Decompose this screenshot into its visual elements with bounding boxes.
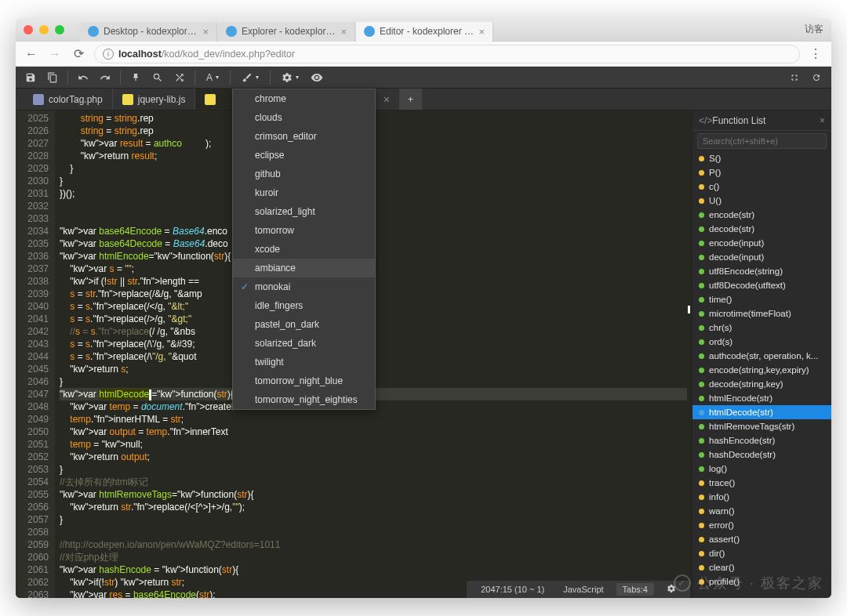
function-list-item[interactable]: U() bbox=[693, 194, 831, 208]
function-list-item[interactable]: c() bbox=[693, 179, 831, 194]
bullet-icon bbox=[699, 255, 704, 260]
nav-back-icon[interactable]: ← bbox=[24, 46, 39, 62]
copy-button[interactable] bbox=[42, 69, 63, 86]
redo-button[interactable] bbox=[95, 69, 115, 86]
refresh-button[interactable] bbox=[806, 69, 827, 86]
nav-forward-icon[interactable]: → bbox=[47, 46, 63, 62]
theme-menu-item[interactable]: crimson_editor bbox=[233, 127, 375, 146]
function-list-item[interactable]: utf8Encode(string) bbox=[693, 264, 831, 278]
font-label: A bbox=[206, 72, 213, 83]
bullet-icon bbox=[699, 170, 704, 176]
close-icon[interactable]: × bbox=[384, 93, 390, 106]
shuffle-button[interactable] bbox=[169, 69, 190, 86]
bullet-icon bbox=[699, 184, 704, 190]
font-button[interactable]: A▾ bbox=[200, 69, 225, 86]
theme-menu-item[interactable]: pastel_on_dark bbox=[233, 315, 375, 334]
preview-button[interactable] bbox=[307, 69, 327, 86]
close-icon[interactable]: × bbox=[340, 26, 347, 38]
browser-tab[interactable]: Editor - kodexplorer - Powere× bbox=[356, 22, 493, 42]
pin-button[interactable] bbox=[125, 69, 146, 86]
theme-menu-item[interactable]: tomorrow_night_blue bbox=[233, 371, 375, 390]
theme-menu-item[interactable]: idle_fingers bbox=[233, 296, 375, 315]
browser-tab[interactable]: Explorer - kodexplorer - Powe× bbox=[218, 22, 355, 42]
bullet-icon bbox=[699, 382, 704, 387]
theme-menu-item[interactable]: eclipse bbox=[233, 146, 375, 165]
settings-button[interactable]: ▾ bbox=[275, 69, 305, 86]
function-list-item[interactable]: assert() bbox=[693, 532, 831, 546]
function-list-item[interactable]: P() bbox=[693, 165, 831, 179]
function-list-item[interactable]: hashEncode(str) bbox=[693, 433, 831, 448]
function-list-item[interactable]: encode(str) bbox=[693, 208, 831, 222]
search-button[interactable] bbox=[147, 69, 168, 86]
bullet-icon bbox=[699, 523, 704, 528]
function-list-item[interactable]: microtime(timeFloat) bbox=[693, 306, 831, 321]
function-list-item[interactable]: error() bbox=[693, 518, 831, 532]
function-list-item[interactable]: time() bbox=[693, 292, 831, 306]
function-list-item[interactable]: S() bbox=[693, 151, 831, 165]
theme-menu-item[interactable]: monokai bbox=[233, 277, 375, 296]
function-list-item[interactable]: decode(str) bbox=[693, 222, 831, 236]
theme-dropdown: chromecloudscrimson_editoreclipsegithubk… bbox=[232, 89, 376, 410]
function-list-item[interactable]: encode(input) bbox=[693, 236, 831, 250]
function-list-item[interactable]: htmlRemoveTags(str) bbox=[693, 419, 831, 433]
theme-menu-item[interactable]: github bbox=[233, 165, 375, 183]
function-list-item[interactable]: utf8Decode(utftext) bbox=[693, 278, 831, 292]
browser-tab[interactable]: Desktop - kodexplorer - Pow× bbox=[80, 22, 217, 42]
function-list-item[interactable]: info() bbox=[693, 490, 831, 504]
file-tab[interactable]: colorTag.php bbox=[24, 89, 113, 110]
function-list-item[interactable]: decode(input) bbox=[693, 250, 831, 264]
browser-tab-title: Desktop - kodexplorer - Pow bbox=[104, 26, 198, 37]
window-minimize[interactable] bbox=[39, 25, 49, 34]
theme-menu-item[interactable]: solarized_light bbox=[233, 202, 375, 221]
theme-menu-item[interactable]: tomorrow_night_eighties bbox=[233, 390, 375, 409]
function-list-item[interactable]: trace() bbox=[693, 476, 831, 490]
function-list-item[interactable]: dir() bbox=[693, 546, 831, 560]
theme-menu-item[interactable]: ambiance bbox=[233, 259, 375, 277]
favicon-icon bbox=[364, 26, 375, 37]
theme-menu-item[interactable]: kuroir bbox=[233, 183, 375, 202]
theme-menu-item[interactable]: xcode bbox=[233, 240, 375, 259]
function-list-item[interactable]: warn() bbox=[693, 504, 831, 518]
close-icon[interactable]: × bbox=[478, 26, 485, 38]
function-search-input[interactable] bbox=[697, 133, 827, 149]
bullet-icon bbox=[699, 325, 704, 331]
tab-size[interactable]: Tabs:4 bbox=[616, 583, 654, 596]
function-list-item[interactable]: clear() bbox=[693, 560, 831, 574]
theme-menu-item[interactable]: chrome bbox=[233, 89, 375, 108]
nav-reload-icon[interactable]: ⟳ bbox=[71, 46, 86, 62]
close-icon[interactable]: × bbox=[820, 115, 825, 126]
window-maximize[interactable] bbox=[55, 25, 64, 34]
theme-menu-item[interactable]: twilight bbox=[233, 353, 375, 371]
theme-menu-item[interactable]: solarized_dark bbox=[233, 334, 375, 353]
undo-button[interactable] bbox=[73, 69, 93, 86]
language-mode[interactable]: JavaScript bbox=[557, 583, 609, 596]
url-path: /kod/kod_dev/index.php?editor bbox=[162, 49, 295, 60]
cursor-position[interactable]: 2047:15 (10 ~ 1) bbox=[474, 583, 551, 596]
function-list-item[interactable]: htmlEncode(str) bbox=[693, 391, 831, 405]
theme-button[interactable]: ▾ bbox=[235, 69, 265, 86]
close-icon[interactable]: × bbox=[202, 26, 209, 38]
theme-menu-item[interactable]: clouds bbox=[233, 108, 375, 127]
function-list-item[interactable]: authcode(str, operation, k... bbox=[693, 349, 831, 363]
function-list: S()P()c()U()encode(str)decode(str)encode… bbox=[693, 151, 831, 598]
window-close[interactable] bbox=[24, 25, 33, 34]
theme-menu-item[interactable]: tomorrow bbox=[233, 221, 375, 240]
bullet-icon bbox=[699, 212, 704, 218]
favicon-icon bbox=[88, 26, 99, 37]
function-list-item[interactable]: log() bbox=[693, 462, 831, 476]
file-tab[interactable]: jquery-lib.js bbox=[113, 89, 196, 110]
function-list-item[interactable]: decode(string,key) bbox=[693, 377, 831, 391]
function-list-item[interactable]: htmlDecode(str) bbox=[693, 405, 831, 419]
function-list-item[interactable]: ord(s) bbox=[693, 335, 831, 349]
bullet-icon bbox=[699, 241, 704, 246]
save-button[interactable] bbox=[20, 69, 41, 86]
php-file-icon bbox=[33, 94, 44, 105]
function-list-item[interactable]: chr(s) bbox=[693, 321, 831, 335]
function-list-item[interactable]: encode(string,key,expiry) bbox=[693, 363, 831, 377]
function-list-item[interactable]: hashDecode(str) bbox=[693, 448, 831, 462]
new-tab-button[interactable]: + bbox=[400, 89, 422, 110]
menu-icon[interactable]: ⋮ bbox=[808, 46, 823, 62]
address-bar[interactable]: i localhost/kod/kod_dev/index.php?editor bbox=[94, 45, 800, 63]
info-icon[interactable]: i bbox=[103, 49, 114, 60]
expand-button[interactable] bbox=[784, 69, 805, 86]
